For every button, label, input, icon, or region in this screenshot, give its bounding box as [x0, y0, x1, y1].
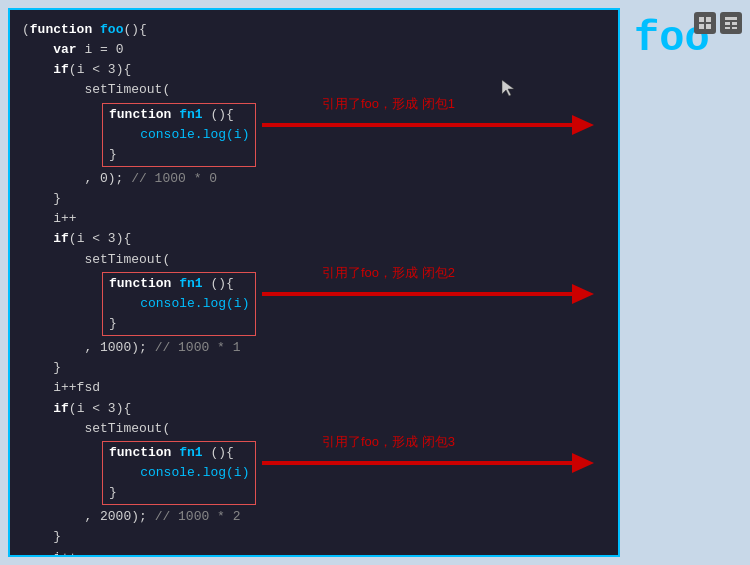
svg-rect-1: [699, 17, 704, 22]
table-icon[interactable]: [720, 12, 742, 34]
code-line: function fn1 (){: [109, 443, 249, 463]
arrow-3: 引用了foo，形成 闭包3: [262, 453, 594, 473]
svg-rect-7: [732, 22, 737, 25]
code-line: }: [22, 189, 606, 209]
grid-icon-svg: [698, 16, 712, 30]
code-line: setTimeout(: [22, 419, 606, 439]
svg-marker-0: [502, 80, 514, 96]
toolbar-icons: [694, 12, 742, 34]
arrow-line-3: [262, 461, 572, 465]
svg-rect-5: [725, 17, 737, 20]
arrow-line-1: [262, 123, 572, 127]
arrow-head-1: [572, 115, 594, 135]
code-panel: (function foo(){ var i = 0 if(i < 3){ se…: [8, 8, 620, 557]
main-container: (function foo(){ var i = 0 if(i < 3){ se…: [0, 0, 750, 565]
table-icon-svg: [724, 16, 738, 30]
closure-1-section: function fn1 (){ console.log(i) } 引用了foo…: [22, 103, 606, 167]
code-line: , 2000); // 1000 * 2: [22, 507, 606, 527]
arrow-head-2: [572, 284, 594, 304]
code-line: (function foo(){: [22, 20, 606, 40]
fn-block-1: function fn1 (){ console.log(i) }: [102, 103, 256, 167]
code-line: }: [109, 483, 249, 503]
arrow-2: 引用了foo，形成 闭包2: [262, 284, 594, 304]
svg-rect-2: [706, 17, 711, 22]
closure-2-section: function fn1 (){ console.log(i) } 引用了foo…: [22, 272, 606, 336]
arrow-1: 引用了foo，形成 闭包1: [262, 115, 594, 135]
right-panel: foo: [620, 0, 750, 565]
svg-rect-6: [725, 22, 730, 25]
fn-block-2: function fn1 (){ console.log(i) }: [102, 272, 256, 336]
arrow-head-3: [572, 453, 594, 473]
code-line: }: [22, 527, 606, 547]
code-line: }: [109, 314, 249, 334]
fn-block-3: function fn1 (){ console.log(i) }: [102, 441, 256, 505]
svg-rect-8: [725, 27, 730, 29]
svg-rect-4: [706, 24, 711, 29]
code-line: }: [22, 358, 606, 378]
code-line: function fn1 (){: [109, 105, 249, 125]
code-line: console.log(i): [109, 294, 249, 314]
arrow-label-2: 引用了foo，形成 闭包2: [322, 264, 455, 282]
code-line: if(i < 3){: [22, 229, 606, 249]
code-line: i++: [22, 548, 606, 557]
svg-rect-9: [732, 27, 737, 29]
code-line: console.log(i): [109, 125, 249, 145]
svg-rect-3: [699, 24, 704, 29]
code-line: var i = 0: [22, 40, 606, 60]
grid-icon[interactable]: [694, 12, 716, 34]
closure-3-section: function fn1 (){ console.log(i) } 引用了foo…: [22, 441, 606, 505]
code-line: i++fsd: [22, 378, 606, 398]
arrow-label-1: 引用了foo，形成 闭包1: [322, 95, 455, 113]
code-line: , 0); // 1000 * 0: [22, 169, 606, 189]
arrow-label-3: 引用了foo，形成 闭包3: [322, 433, 455, 451]
code-line: console.log(i): [109, 463, 249, 483]
code-line: function fn1 (){: [109, 274, 249, 294]
code-line: i++: [22, 209, 606, 229]
code-line: if(i < 3){: [22, 399, 606, 419]
code-line: }: [109, 145, 249, 165]
code-line: setTimeout(: [22, 250, 606, 270]
code-line: , 1000); // 1000 * 1: [22, 338, 606, 358]
arrow-line-2: [262, 292, 572, 296]
